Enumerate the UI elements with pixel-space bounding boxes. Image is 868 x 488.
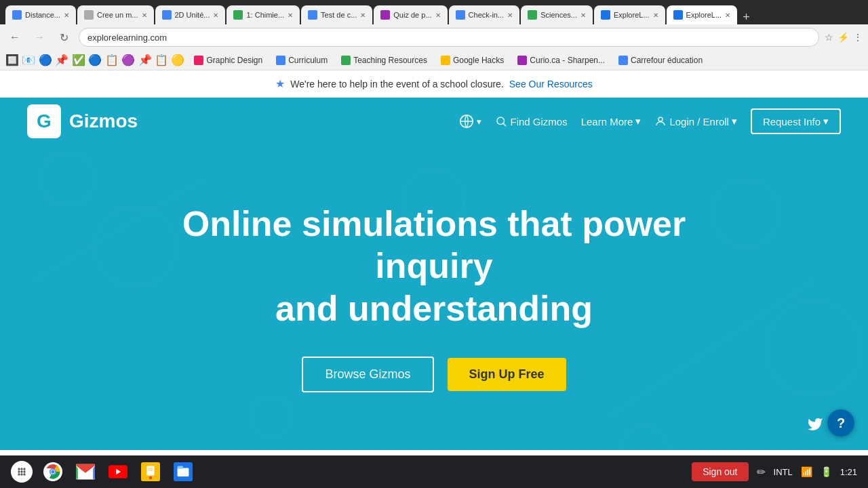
tab-label-1: Distance... xyxy=(25,11,60,19)
tab-favicon-7 xyxy=(456,10,465,20)
tab-4[interactable]: 1: Chimie... ✕ xyxy=(226,5,300,24)
taskbar-intl: INTL xyxy=(774,467,793,477)
language-selector[interactable]: ▾ xyxy=(459,114,481,129)
tab-close-1[interactable]: ✕ xyxy=(64,12,69,19)
request-info-button[interactable]: Request Info ▾ xyxy=(751,108,841,134)
svg-point-11 xyxy=(620,426,668,450)
svg-point-15 xyxy=(18,470,20,472)
bookmark-carrefour-icon xyxy=(618,56,628,65)
bookmark-carrefour[interactable]: Carrefour éducation xyxy=(614,54,707,66)
person-icon xyxy=(654,115,667,127)
forward-button[interactable]: → xyxy=(30,28,49,47)
browse-gizmos-button[interactable]: Browse Gizmos xyxy=(302,357,433,392)
tab-9[interactable]: ExploreL... ✕ xyxy=(594,5,665,24)
bookmark-graphic-design-icon xyxy=(194,56,203,65)
address-bar-row: ← → ↻ explorelearning.com ☆ ⚡ ⋮ xyxy=(0,24,868,50)
svg-point-9 xyxy=(251,396,292,436)
taskbar-pen-icon[interactable]: ✏ xyxy=(757,466,766,479)
hero-title-line2: and understanding xyxy=(275,289,593,328)
bookmark-icon[interactable]: ☆ xyxy=(825,32,833,43)
new-tab-button[interactable]: + xyxy=(738,10,754,24)
taskbar-gmail[interactable] xyxy=(73,460,98,484)
bookmark-google-hacks[interactable]: Google Hacks xyxy=(437,54,508,66)
bookmark-curriculum-icon xyxy=(276,56,285,65)
taskbar-right: Sign out ✏ INTL 📶 🔋 1:21 xyxy=(692,462,857,481)
bookmark-hacks-label: Google Hacks xyxy=(453,56,504,65)
tab-close-3[interactable]: ✕ xyxy=(213,12,218,19)
tab-5[interactable]: Test de c... ✕ xyxy=(301,5,372,24)
help-button[interactable]: ? xyxy=(827,409,854,436)
taskbar-launcher[interactable] xyxy=(11,461,33,483)
tab-8[interactable]: Sciences... ✕ xyxy=(521,5,593,24)
tab-6[interactable]: Quiz de p... ✕ xyxy=(374,5,447,24)
tab-7[interactable]: Check-in... ✕ xyxy=(449,5,520,24)
svg-point-18 xyxy=(18,473,20,475)
menu-icon[interactable]: ⋮ xyxy=(853,32,863,43)
extensions-icon[interactable]: ⚡ xyxy=(837,32,849,43)
taskbar-chrome[interactable] xyxy=(41,460,65,484)
bookmark-carrefour-label: Carrefour éducation xyxy=(631,56,703,65)
tab-favicon-5 xyxy=(308,10,317,20)
login-enroll-nav[interactable]: Login / Enroll ▾ xyxy=(654,115,737,127)
tab-close-8[interactable]: ✕ xyxy=(580,12,586,19)
hero-title: Online simulations that power inquiry an… xyxy=(163,203,705,329)
tab-3[interactable]: 2D Unité... ✕ xyxy=(155,5,226,24)
tab-close-5[interactable]: ✕ xyxy=(360,12,366,19)
bookmark-apps-icons[interactable]: 🔲 📧 🔵 📌 ✅ 🔵 📋 🟣 📌 📋 🟡 xyxy=(5,54,184,66)
bookmark-teaching-resources[interactable]: Teaching Resources xyxy=(337,54,431,66)
find-gizmos-nav[interactable]: Find Gizmos xyxy=(495,115,567,127)
svg-point-2 xyxy=(658,117,663,121)
tab-2[interactable]: Cree un m... ✕ xyxy=(77,5,154,24)
taskbar-keep[interactable] xyxy=(138,460,163,484)
twitter-icon[interactable] xyxy=(807,416,823,436)
tab-close-2[interactable]: ✕ xyxy=(142,12,147,19)
tab-close-10[interactable]: ✕ xyxy=(725,12,730,19)
tab-label-2: Cree un m... xyxy=(97,11,138,19)
address-box[interactable]: explorelearning.com xyxy=(79,28,819,47)
svg-point-5 xyxy=(712,179,780,247)
bookmark-teaching-label: Teaching Resources xyxy=(353,56,427,65)
bookmark-teaching-icon xyxy=(341,56,351,65)
taskbar: Sign out ✏ INTL 📶 🔋 1:21 xyxy=(0,455,868,488)
bookmark-curio[interactable]: Curio.ca - Sharpen... xyxy=(513,54,609,66)
bookmark-graphic-design-label: Graphic Design xyxy=(206,56,262,65)
back-button[interactable]: ← xyxy=(5,28,24,47)
svg-point-6 xyxy=(766,301,861,396)
taskbar-youtube[interactable] xyxy=(106,460,130,484)
taskbar-files[interactable] xyxy=(171,460,195,484)
sign-out-button[interactable]: Sign out xyxy=(692,462,748,481)
tab-close-9[interactable]: ✕ xyxy=(653,12,658,19)
bookmarks-bar: 🔲 📧 🔵 📌 ✅ 🔵 📋 🟣 📌 📋 🟡 Graphic Design Cur… xyxy=(0,50,868,70)
nav-menu: ▾ Find Gizmos Learn More ▾ Login / Enrol… xyxy=(459,108,841,134)
tab-close-4[interactable]: ✕ xyxy=(288,12,293,19)
tab-1[interactable]: Distance... ✕ xyxy=(5,5,76,24)
tab-close-7[interactable]: ✕ xyxy=(507,12,513,19)
logo-area: G Gizmos xyxy=(27,104,138,138)
sign-up-free-button[interactable]: Sign Up Free xyxy=(448,358,566,391)
svg-point-12 xyxy=(18,468,20,470)
tab-10[interactable]: ExploreL... ✕ xyxy=(667,5,738,24)
login-chevron: ▾ xyxy=(732,115,737,127)
tab-favicon-9 xyxy=(601,10,610,20)
tab-favicon-8 xyxy=(528,10,537,20)
tab-favicon-1 xyxy=(12,10,22,20)
tab-label-9: ExploreL... xyxy=(614,11,650,19)
svg-rect-31 xyxy=(149,470,153,470)
tab-favicon-4 xyxy=(233,10,243,20)
tab-label-6: Quiz de p... xyxy=(393,11,431,19)
tab-favicon-2 xyxy=(84,10,94,20)
site-content: ★ We're here to help in the event of a s… xyxy=(0,70,868,455)
request-info-chevron: ▾ xyxy=(823,115,829,127)
logo-box: G xyxy=(27,104,61,138)
learn-more-nav[interactable]: Learn More ▾ xyxy=(581,115,642,127)
tab-label-5: Test de c... xyxy=(321,11,357,19)
bookmark-curriculum[interactable]: Curriculum xyxy=(272,54,332,66)
tab-close-6[interactable]: ✕ xyxy=(435,12,441,19)
tab-favicon-3 xyxy=(162,10,172,20)
announcement-link[interactable]: See Our Resources xyxy=(509,79,593,89)
language-chevron: ▾ xyxy=(477,117,481,127)
announcement-bar: ★ We're here to help in the event of a s… xyxy=(0,70,868,98)
reload-button[interactable]: ↻ xyxy=(54,28,73,47)
bookmark-graphic-design[interactable]: Graphic Design xyxy=(190,54,267,66)
svg-point-17 xyxy=(23,470,25,472)
